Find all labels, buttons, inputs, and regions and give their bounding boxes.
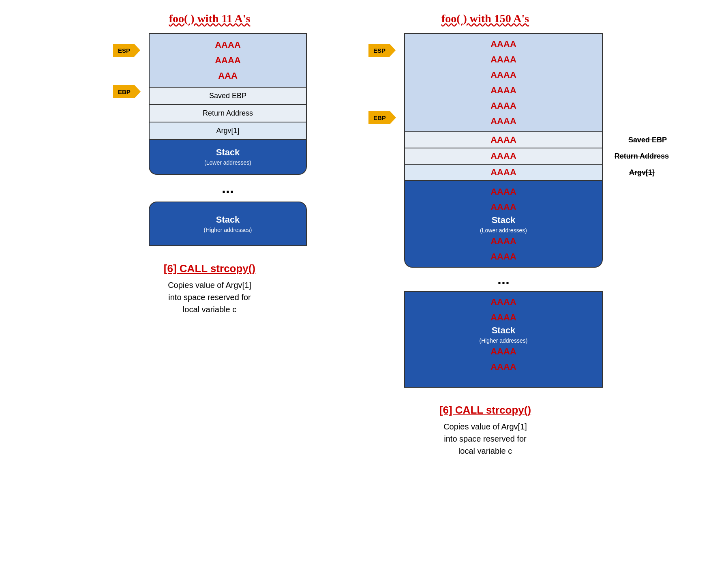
left-saved-ebp-label: Saved EBP — [150, 88, 306, 104]
left-return-address-block: Return Address — [149, 105, 307, 122]
right-call-desc: Copies value of Argv[1] into space reser… — [439, 421, 531, 457]
left-stack-higher: Stack (Higher addresses) — [149, 202, 307, 246]
left-stack-higher-sub: (Higher addresses) — [154, 227, 302, 233]
right-stack-higher: AAAA AAAA Stack (Higher addresses) AAAA … — [404, 291, 603, 388]
left-call-title: [6] CALL strcopy() — [164, 262, 255, 275]
right-buf-1: AAAA — [405, 52, 602, 67]
esp-arrow-left: ESP — [113, 44, 140, 57]
left-call-line3: local variable c — [183, 305, 236, 314]
ebp-arrow-left: EBP — [113, 85, 140, 98]
left-return-address-label: Return Address — [150, 105, 306, 122]
right-call-line1: Copies value of Argv[1] — [443, 422, 527, 431]
right-stack-higher-sub: (Higher addresses) — [409, 337, 598, 344]
right-buf-4: AAAA — [405, 98, 602, 114]
right-buf-3: AAAA — [405, 83, 602, 98]
right-return-aaaa: AAAA — [405, 148, 602, 164]
left-diagram: ESP AAAA AAAA AAA EBP Saved EBP — [112, 33, 307, 246]
left-buffer-block: AAAA AAAA AAA — [149, 33, 307, 88]
left-dots: ... — [149, 180, 307, 197]
right-overflow-1: AAAA — [409, 200, 598, 215]
right-saved-ebp-block: AAAA Saved EBP — [404, 132, 603, 148]
right-overflow-5: AAAA — [409, 310, 598, 325]
right-buf-2: AAAA — [405, 67, 602, 83]
right-overflow-3: AAAA — [409, 249, 598, 264]
left-buffer-row-0: AAAA — [150, 37, 306, 53]
right-buffer-block: AAAA AAAA AAAA AAAA AAAA AAAA — [404, 33, 603, 132]
esp-label-left: ESP — [113, 44, 134, 57]
right-overflow-4: AAAA — [409, 294, 598, 310]
left-buffer-row-1: AAAA — [150, 53, 306, 68]
left-stack-higher-title: Stack — [154, 215, 302, 225]
left-call-line1: Copies value of Argv[1] — [168, 281, 251, 290]
right-buf-0: AAAA — [405, 36, 602, 52]
right-saved-ebp-aaaa: AAAA — [405, 132, 602, 148]
right-overflow-0: AAAA — [409, 184, 598, 200]
right-stack-higher-title: Stack — [409, 325, 598, 336]
right-call-line3: local variable c — [458, 446, 512, 455]
right-call-title: [6] CALL strcopy() — [439, 404, 531, 416]
left-stack-lower: Stack (Lower addresses) — [149, 139, 307, 175]
left-stack-col: ESP AAAA AAAA AAA EBP Saved EBP — [149, 33, 307, 246]
left-buffer-row-2: AAA — [150, 68, 306, 84]
right-section: foo( ) with 150 A's ESP AAAA AAAA AAAA A… — [356, 12, 615, 457]
right-overflow-6: AAAA — [409, 344, 598, 359]
right-call-line2: into space reserved for — [444, 434, 526, 443]
ebp-label-right: EBP — [368, 111, 390, 124]
ebp-label-left: EBP — [113, 85, 135, 98]
left-title: foo( ) with 11 A's — [169, 12, 251, 25]
right-argv1-block: AAAA Argv[1] — [404, 165, 603, 181]
right-diagram: ESP AAAA AAAA AAAA AAAA AAAA AAAA EBP — [368, 33, 603, 388]
left-call-section: [6] CALL strcopy() Copies value of Argv[… — [164, 262, 255, 315]
right-return-address-block: AAAA Return Address — [404, 148, 603, 165]
right-buf-5: AAAA — [405, 114, 602, 129]
right-saved-ebp-side-label: Saved EBP — [628, 136, 667, 144]
right-stack-col: ESP AAAA AAAA AAAA AAAA AAAA AAAA EBP — [404, 33, 603, 388]
main-container: foo( ) with 11 A's ESP AAAA AAAA AAA EBP — [8, 12, 703, 457]
right-stack-lower: AAAA AAAA Stack (Lower addresses) AAAA A… — [404, 180, 603, 268]
esp-label-right: ESP — [368, 44, 390, 57]
left-stack-lower-title: Stack — [154, 147, 302, 158]
right-argv1-aaaa: AAAA — [405, 165, 602, 180]
right-return-side-label: Return Address — [615, 152, 669, 161]
left-stack-lower-sub: (Lower addresses) — [154, 159, 302, 166]
left-argv1-block: Argv[1] — [149, 122, 307, 140]
right-title: foo( ) with 150 A's — [441, 12, 529, 25]
right-overflow-2: AAAA — [409, 234, 598, 249]
right-call-section: [6] CALL strcopy() Copies value of Argv[… — [439, 404, 531, 457]
right-stack-lower-title: Stack — [409, 215, 598, 225]
left-call-desc: Copies value of Argv[1] into space reser… — [164, 279, 255, 315]
right-argv1-side-label: Argv[1] — [629, 168, 655, 177]
ebp-arrow-right: EBP — [368, 111, 396, 124]
esp-arrow-right: ESP — [368, 44, 395, 57]
left-section: foo( ) with 11 A's ESP AAAA AAAA AAA EBP — [96, 12, 323, 457]
left-call-line2: into space reserved for — [168, 293, 251, 302]
right-stack-lower-sub: (Lower addresses) — [409, 227, 598, 234]
right-overflow-7: AAAA — [409, 359, 598, 375]
right-dots: ... — [404, 271, 603, 288]
left-argv1-label: Argv[1] — [150, 122, 306, 139]
left-saved-ebp-block: Saved EBP — [149, 88, 307, 105]
